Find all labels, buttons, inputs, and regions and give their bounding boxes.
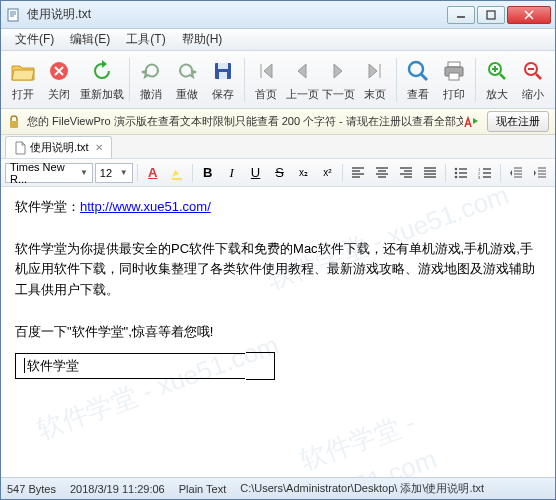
save-button[interactable]: 保存: [206, 54, 240, 106]
font-size-select[interactable]: 12▼: [95, 163, 133, 183]
underline-button[interactable]: U: [245, 162, 267, 184]
watermark: 软件学堂 - xue51.com: [32, 325, 285, 451]
svg-line-8: [421, 74, 427, 80]
menu-help[interactable]: 帮助(H): [174, 29, 231, 50]
redo-button[interactable]: 重做: [170, 54, 204, 106]
app-icon: [5, 7, 21, 23]
site-link[interactable]: http://www.xue51.com/: [80, 199, 211, 214]
prev-page-button[interactable]: 上一页: [285, 54, 319, 106]
notice-bar: 您的 FileViewPro 演示版在查看文本时限制只能查看 200 个字符 -…: [1, 109, 555, 135]
lock-icon: [7, 115, 21, 129]
insert-box: 软件学堂: [15, 353, 245, 380]
document-tab-label: 使用说明.txt: [30, 140, 89, 155]
document-tab[interactable]: 使用说明.txt ✕: [5, 136, 112, 158]
menu-tools[interactable]: 工具(T): [118, 29, 173, 50]
menu-edit[interactable]: 编辑(E): [62, 29, 118, 50]
close-file-icon: [45, 57, 73, 85]
svg-text:3: 3: [478, 175, 481, 179]
status-bar: 547 Bytes 2018/3/19 11:29:06 Plain Text …: [1, 477, 555, 499]
window-title: 使用说明.txt: [27, 6, 445, 23]
maximize-button[interactable]: [477, 6, 505, 24]
font-color-button[interactable]: A: [142, 162, 164, 184]
subscript-button[interactable]: x₂: [292, 162, 314, 184]
superscript-button[interactable]: x²: [316, 162, 338, 184]
svg-point-18: [455, 167, 458, 170]
bold-button[interactable]: B: [197, 162, 219, 184]
align-left-button[interactable]: [347, 162, 369, 184]
svg-rect-9: [448, 62, 460, 67]
printer-icon: [440, 57, 468, 85]
status-type: Plain Text: [179, 483, 227, 495]
reload-icon: [88, 57, 116, 85]
save-icon: [209, 57, 237, 85]
line1-label: 软件学堂：: [15, 199, 80, 214]
svg-line-15: [536, 74, 541, 79]
last-icon: [361, 57, 389, 85]
svg-point-20: [455, 175, 458, 178]
toolbar: 打开 关闭 重新加载 撤消 重做 保存 首页 上一页: [1, 51, 555, 109]
minimize-button[interactable]: [447, 6, 475, 24]
svg-rect-0: [8, 9, 18, 21]
file-icon: [14, 141, 26, 155]
tab-close-icon[interactable]: ✕: [95, 142, 103, 153]
document-tab-row: 使用说明.txt ✕: [1, 135, 555, 159]
svg-point-7: [409, 62, 423, 76]
undo-icon: [137, 57, 165, 85]
format-bar: Times New R...▼ 12▼ A B I U S x₂ x² 123: [1, 159, 555, 187]
watermark: 软件学堂 - xue51.com: [294, 356, 555, 477]
italic-button[interactable]: I: [221, 162, 243, 184]
align-justify-button[interactable]: [419, 162, 441, 184]
svg-point-19: [455, 171, 458, 174]
first-icon: [252, 57, 280, 85]
zoom-in-button[interactable]: 放大: [480, 54, 514, 106]
reload-button[interactable]: 重新加载: [78, 54, 125, 106]
register-icon: [463, 115, 479, 129]
svg-rect-16: [10, 121, 18, 128]
magnifier-icon: [404, 57, 432, 85]
zoom-out-icon: [519, 57, 547, 85]
view-button[interactable]: 查看: [401, 54, 435, 106]
zoom-out-button[interactable]: 缩小: [516, 54, 550, 106]
register-button[interactable]: 现在注册: [487, 111, 549, 132]
prev-icon: [288, 57, 316, 85]
outdent-button[interactable]: [505, 162, 527, 184]
svg-line-13: [500, 74, 505, 79]
open-button[interactable]: 打开: [6, 54, 40, 106]
indent-button[interactable]: [529, 162, 551, 184]
align-right-button[interactable]: [395, 162, 417, 184]
align-center-button[interactable]: [371, 162, 393, 184]
insert-text: 软件学堂: [24, 358, 79, 373]
undo-button[interactable]: 撤消: [134, 54, 168, 106]
bullet-list-button[interactable]: [450, 162, 472, 184]
svg-rect-6: [219, 72, 227, 79]
font-family-select[interactable]: Times New R...▼: [5, 163, 93, 183]
paragraph-2: 百度一下"软件学堂",惊喜等着您哦!: [15, 322, 541, 343]
paragraph-1: 软件学堂为你提供最安全的PC软件下载和免费的Mac软件下载，还有单机游戏,手机游…: [15, 239, 541, 301]
folder-open-icon: [9, 57, 37, 85]
zoom-in-icon: [483, 57, 511, 85]
redo-icon: [173, 57, 201, 85]
menu-file[interactable]: 文件(F): [7, 29, 62, 50]
menubar: 文件(F) 编辑(E) 工具(T) 帮助(H): [1, 29, 555, 51]
svg-rect-17: [172, 178, 182, 180]
notice-text: 您的 FileViewPro 演示版在查看文本时限制只能查看 200 个字符 -…: [27, 114, 463, 129]
svg-rect-2: [487, 11, 495, 19]
highlight-button[interactable]: [166, 162, 188, 184]
document-content[interactable]: 软件学堂 - xue51.com 软件学堂 - xue51.com 软件学堂 -…: [1, 187, 555, 477]
print-button[interactable]: 打印: [437, 54, 471, 106]
last-page-button[interactable]: 末页: [357, 54, 391, 106]
next-page-button[interactable]: 下一页: [321, 54, 355, 106]
close-file-button[interactable]: 关闭: [42, 54, 76, 106]
status-size: 547 Bytes: [7, 483, 56, 495]
strike-button[interactable]: S: [269, 162, 291, 184]
svg-rect-5: [218, 63, 228, 69]
close-button[interactable]: [507, 6, 551, 24]
svg-rect-11: [449, 73, 459, 80]
status-path: C:\Users\Administrator\Desktop\ 添加\使用说明.…: [240, 481, 549, 496]
first-page-button[interactable]: 首页: [249, 54, 283, 106]
number-list-button[interactable]: 123: [474, 162, 496, 184]
next-icon: [324, 57, 352, 85]
status-datetime: 2018/3/19 11:29:06: [70, 483, 165, 495]
